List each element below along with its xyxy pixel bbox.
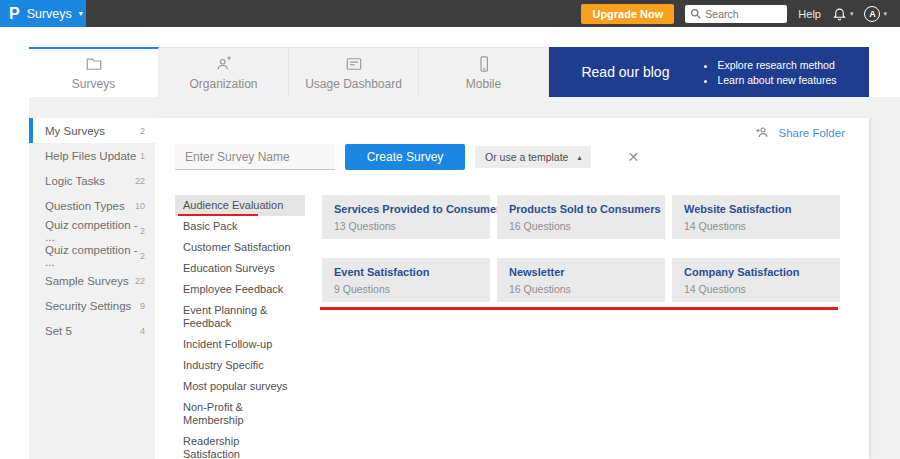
template-card[interactable]: Website Satisfaction 14 Questions <box>672 195 840 239</box>
people-add-icon <box>214 55 233 73</box>
sidebar-item-label: Quiz competition - ... <box>45 244 140 268</box>
category-audience-evaluation[interactable]: Audience Evaluation <box>175 195 305 216</box>
category-label: Non-Profit & Membership <box>183 401 244 426</box>
template-card[interactable]: Event Satisfaction 9 Questions <box>322 258 490 302</box>
tab-label: Surveys <box>72 77 115 91</box>
tab-mobile[interactable]: Mobile <box>419 47 549 97</box>
category-customer-satisfaction[interactable]: Customer Satisfaction <box>175 237 305 258</box>
category-event-planning-feedback[interactable]: Event Planning & Feedback <box>175 300 305 334</box>
template-card[interactable]: Services Provided to Consumers 13 Questi… <box>322 195 490 239</box>
template-card[interactable]: Newsletter 16 Questions <box>497 258 665 302</box>
sidebar-item-set-5[interactable]: Set 5 4 <box>29 318 155 343</box>
sidebar-item-label: Quiz competition - ... <box>45 219 140 243</box>
category-basic-pack[interactable]: Basic Pack <box>175 216 305 237</box>
blog-title: Read our blog <box>581 64 669 80</box>
template-card[interactable]: Products Sold to Consumers 16 Questions <box>497 195 665 239</box>
chevron-down-icon: ▾ <box>883 10 887 18</box>
sidebar-item-question-types[interactable]: Question Types 10 <box>29 193 155 218</box>
template-card-title: Website Satisfaction <box>684 203 828 215</box>
template-card-title: Services Provided to Consumers <box>334 203 478 215</box>
share-folder-button[interactable]: Share Folder <box>755 125 845 140</box>
category-most-popular-surveys[interactable]: Most popular surveys <box>175 376 305 397</box>
use-template-dropdown[interactable]: Or use a template ▴ <box>475 146 591 168</box>
sidebar-item-my-surveys[interactable]: My Surveys 2 <box>29 118 155 143</box>
tab-surveys[interactable]: Surveys <box>29 47 159 97</box>
sidebar-item-count: 2 <box>140 226 145 236</box>
category-label: Education Surveys <box>183 262 275 274</box>
help-link[interactable]: Help <box>798 8 821 20</box>
main-tabs: Surveys Organization Usage Dashboard Mob… <box>29 47 869 97</box>
sidebar-item-label: Logic Tasks <box>45 175 105 187</box>
use-template-label: Or use a template <box>485 151 568 163</box>
search-box[interactable] <box>685 5 787 23</box>
sidebar-item-label: Sample Surveys <box>45 275 129 287</box>
tab-label: Usage Dashboard <box>305 77 402 91</box>
category-non-profit-membership[interactable]: Non-Profit & Membership <box>175 397 305 431</box>
tab-organization[interactable]: Organization <box>159 47 289 97</box>
survey-name-input[interactable] <box>175 144 335 170</box>
bell-icon <box>832 6 847 21</box>
spacer-band <box>29 97 869 118</box>
search-input[interactable] <box>705 8 785 20</box>
blog-banner[interactable]: Read our blog Explore research method Le… <box>549 47 869 97</box>
template-card-title: Event Satisfaction <box>334 266 478 278</box>
share-folder-label: Share Folder <box>779 127 845 139</box>
close-icon[interactable]: ✕ <box>627 150 639 164</box>
topbar-actions: Upgrade Now Help ▾ A ▾ <box>581 4 900 24</box>
sidebar-item-sample-surveys[interactable]: Sample Surveys 22 <box>29 268 155 293</box>
sidebar-item-count: 22 <box>135 276 145 286</box>
sidebar-item-logic-tasks[interactable]: Logic Tasks 22 <box>29 168 155 193</box>
sidebar-item-count: 2 <box>140 251 145 261</box>
sidebar-item-count: 1 <box>140 151 145 161</box>
category-industry-specific[interactable]: Industry Specific <box>175 355 305 376</box>
category-label: Employee Feedback <box>183 283 283 295</box>
category-label: Customer Satisfaction <box>183 241 291 253</box>
template-category-list: Audience Evaluation Basic Pack Customer … <box>175 195 305 459</box>
app-switcher[interactable]: P Surveys ▾ <box>0 0 86 27</box>
category-label: Event Planning & Feedback <box>183 304 267 329</box>
tab-label: Organization <box>189 77 257 91</box>
sidebar-item-label: My Surveys <box>45 125 105 137</box>
sidebar-item-label: Security Settings <box>45 300 131 312</box>
blog-bullet: Learn about new features <box>717 74 836 86</box>
template-picker: Audience Evaluation Basic Pack Customer … <box>175 195 869 459</box>
folders-sidebar: My Surveys 2 Help Files Update 1 Logic T… <box>29 118 155 459</box>
sidebar-item-count: 22 <box>135 176 145 186</box>
template-card[interactable]: Company Satisfaction 14 Questions <box>672 258 840 302</box>
sidebar-item-label: Help Files Update <box>45 150 136 162</box>
category-readership-satisfaction[interactable]: Readership Satisfaction <box>175 431 305 459</box>
template-card-questions: 14 Questions <box>684 283 828 295</box>
category-employee-feedback[interactable]: Employee Feedback <box>175 279 305 300</box>
sidebar-item-label: Set 5 <box>45 325 72 337</box>
template-card-questions: 16 Questions <box>509 283 653 295</box>
category-education-surveys[interactable]: Education Surveys <box>175 258 305 279</box>
annotation-red-line <box>320 307 838 310</box>
sidebar-item-help-files-update[interactable]: Help Files Update 1 <box>29 143 155 168</box>
sidebar-item-quiz-competition-1[interactable]: Quiz competition - ... 2 <box>29 218 155 243</box>
chevron-up-icon: ▴ <box>577 153 581 162</box>
template-cards: Services Provided to Consumers 13 Questi… <box>322 195 842 459</box>
notifications-menu[interactable]: ▾ <box>832 6 854 21</box>
upgrade-button[interactable]: Upgrade Now <box>581 4 674 24</box>
sidebar-item-count: 2 <box>140 126 145 136</box>
category-incident-follow-up[interactable]: Incident Follow-up <box>175 334 305 355</box>
app-name: Surveys <box>27 7 72 21</box>
template-card-title: Newsletter <box>509 266 653 278</box>
account-menu[interactable]: A ▾ <box>864 6 887 22</box>
create-survey-button[interactable]: Create Survey <box>345 144 465 170</box>
sidebar-item-label: Question Types <box>45 200 125 212</box>
create-survey-row: Create Survey Or use a template ▴ ✕ <box>175 144 869 170</box>
category-label: Most popular surveys <box>183 380 288 392</box>
tab-label: Mobile <box>466 77 501 91</box>
phone-icon <box>475 55 493 73</box>
tab-usage-dashboard[interactable]: Usage Dashboard <box>289 47 419 97</box>
category-label: Industry Specific <box>183 359 264 371</box>
category-label: Incident Follow-up <box>183 338 272 350</box>
template-card-questions: 14 Questions <box>684 220 828 232</box>
folder-icon <box>85 55 103 73</box>
spacer-band <box>0 27 900 47</box>
sidebar-item-quiz-competition-2[interactable]: Quiz competition - ... 2 <box>29 243 155 268</box>
template-card-questions: 9 Questions <box>334 283 478 295</box>
template-card-title: Products Sold to Consumers <box>509 203 653 215</box>
sidebar-item-security-settings[interactable]: Security Settings 9 <box>29 293 155 318</box>
